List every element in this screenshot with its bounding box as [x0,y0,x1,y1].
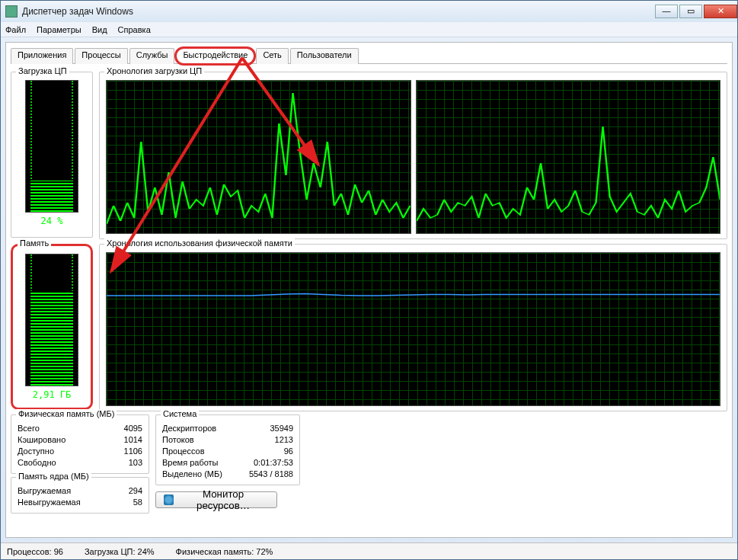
app-window: Диспетчер задач Windows — ▭ ✕ Файл Парам… [0,0,738,560]
physmem-cached-value: 1014 [89,434,142,446]
resource-monitor-label: Монитор ресурсов… [177,488,269,511]
kernelmem-group: Память ядра (МБ) Выгружаемая294 Невыгруж… [11,477,149,514]
physmem-avail-label: Доступно [18,446,54,457]
tab-users[interactable]: Пользователи [290,48,359,64]
system-handles-label: Дескрипторов [162,423,216,434]
physmem-avail-value: 1106 [89,446,142,457]
tabstrip: Приложения Процессы Службы Быстродействи… [11,47,727,64]
menubar: Файл Параметры Вид Справка [1,22,737,37]
tab-performance[interactable]: Быстродействие [176,48,254,64]
kernelmem-nonpaged-label: Невыгружаемая [18,497,81,508]
status-memory: Физическая память: 72% [176,547,273,556]
system-threads-label: Потоков [162,434,194,446]
memory-history-title: Хронология использования физической памя… [104,238,295,248]
info-panels: Физическая память (МБ) Всего4095 Кэширов… [11,414,727,514]
kernelmem-paged-label: Выгружаемая [18,485,71,497]
physmem-title: Физическая память (МБ) [16,409,117,418]
memory-gauge-title: Память [18,238,51,248]
tab-processes[interactable]: Процессы [75,48,127,64]
system-commit-value: 5543 / 8188 [240,469,293,480]
system-commit-label: Выделено (МБ) [162,469,222,480]
cpu-gauge-value: 24 % [41,216,63,226]
physmem-cached-label: Кэшировано [18,434,65,446]
memory-gauge-value: 2,91 ГБ [33,389,72,400]
statusbar: Процессов: 96 Загрузка ЦП: 24% Физическа… [1,542,737,559]
system-threads-value: 1213 [240,434,293,446]
cpu-gauge-group: Загрузка ЦП 24 % [11,72,93,238]
cpu-history-chart-core1 [106,80,411,234]
memory-gauge [25,254,78,386]
menu-help[interactable]: Справка [118,25,151,34]
window-title: Диспетчер задач Windows [22,6,133,17]
kernelmem-paged-value: 294 [89,485,142,497]
system-uptime-label: Время работы [162,457,219,469]
titlebar[interactable]: Диспетчер задач Windows — ▭ ✕ [1,1,737,22]
window-buttons: — ▭ ✕ [653,5,737,18]
cpu-gauge-title: Загрузка ЦП [16,66,69,75]
tab-applications[interactable]: Приложения [11,48,73,64]
minimize-button[interactable]: — [655,5,678,18]
kernelmem-title: Память ядра (МБ) [16,472,91,481]
physmem-group: Физическая память (МБ) Всего4095 Кэширов… [11,414,149,474]
status-cpu: Загрузка ЦП: 24% [85,547,155,556]
menu-file[interactable]: Файл [5,25,26,34]
status-processes: Процессов: 96 [7,547,63,556]
tab-network[interactable]: Сеть [256,48,288,64]
memory-gauge-group: Память 2,91 ГБ [11,244,93,410]
client-area: Приложения Процессы Службы Быстродействи… [5,42,733,538]
menu-view[interactable]: Вид [92,25,107,34]
maximize-button[interactable]: ▭ [679,5,702,18]
memory-history-chart [106,252,720,406]
system-handles-value: 35949 [240,423,293,434]
system-group: Система Дескрипторов35949 Потоков1213 Пр… [155,414,300,485]
physmem-free-value: 103 [89,457,142,469]
tab-services[interactable]: Службы [129,48,175,64]
app-icon [5,5,18,18]
physmem-free-label: Свободно [18,457,56,469]
physmem-total-value: 4095 [89,423,142,434]
kernelmem-nonpaged-value: 58 [89,497,142,508]
cpu-history-title: Хронология загрузки ЦП [104,66,204,75]
performance-panel: Загрузка ЦП 24 % Хронология загрузки ЦП [11,64,727,536]
system-procs-value: 96 [240,446,293,457]
system-title: Система [161,409,199,418]
resource-monitor-icon [164,494,174,505]
system-uptime-value: 0:01:37:53 [240,457,293,469]
menu-options[interactable]: Параметры [37,25,81,34]
memory-history-group: Хронология использования физической памя… [99,244,727,411]
resource-monitor-button[interactable]: Монитор ресурсов… [155,491,277,508]
cpu-history-group: Хронология загрузки ЦП [99,72,727,239]
cpu-gauge [25,80,78,213]
cpu-history-chart-core2 [416,80,721,234]
system-procs-label: Процессов [162,446,205,457]
close-button[interactable]: ✕ [704,5,737,18]
physmem-total-label: Всего [18,423,40,434]
